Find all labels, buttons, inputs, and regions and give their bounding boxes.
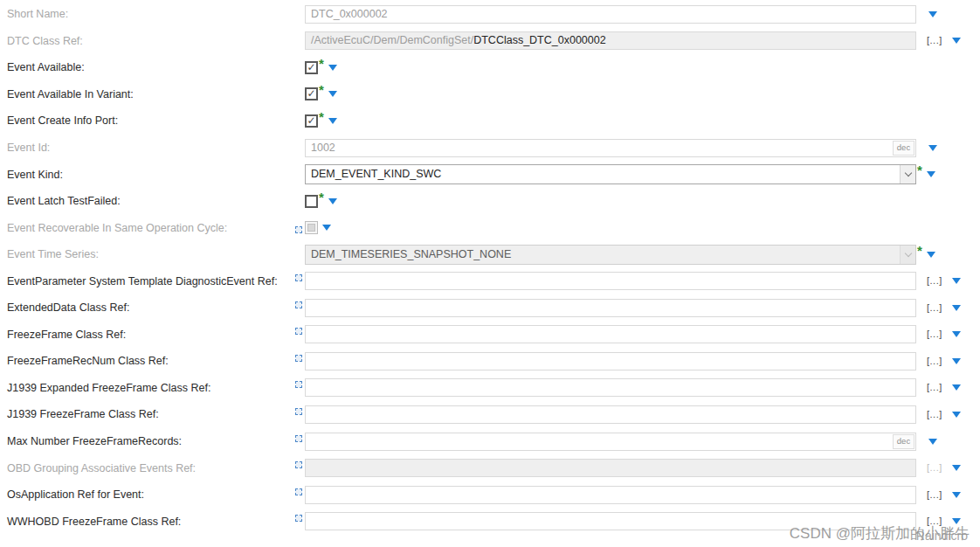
- combo-value: DEM_TIMESERIES_SNAPSHOT_NONE: [306, 246, 900, 264]
- browse-button[interactable]: [...]: [927, 329, 942, 339]
- checkbox[interactable]: ✓: [305, 87, 318, 100]
- arrow-down-icon: [952, 331, 961, 337]
- options-dropdown-button[interactable]: [327, 116, 339, 126]
- options-dropdown-button[interactable]: [925, 170, 937, 179]
- options-dropdown-button[interactable]: [927, 143, 939, 153]
- combo-dropdown-button: [900, 246, 915, 264]
- options-dropdown-button[interactable]: [950, 329, 963, 339]
- text-input[interactable]: [305, 378, 916, 397]
- property-row: WWHOBD FreezeFrame Class Ref:[...]: [0, 508, 980, 535]
- text-input[interactable]: [305, 299, 916, 317]
- row-trail: [321, 223, 333, 232]
- property-row: EventParameter System Template Diagnosti…: [0, 267, 980, 294]
- property-row: Event Available In Variant:✓*: [0, 81, 980, 108]
- property-control: [...]: [305, 299, 980, 317]
- property-control: 1002dec: [305, 139, 980, 157]
- property-row: FreezeFrame Class Ref:[...]: [0, 322, 980, 349]
- property-control: [...]: [305, 512, 980, 530]
- browse-button[interactable]: [...]: [927, 303, 942, 313]
- check-icon: ✓: [307, 88, 315, 99]
- browse-button: [...]: [927, 463, 942, 473]
- options-dropdown-button[interactable]: [950, 383, 963, 392]
- property-label: Short Name:: [0, 8, 305, 20]
- arrow-down-icon: [322, 225, 331, 231]
- check-icon: ✓: [307, 115, 315, 126]
- arrow-down-icon: [952, 305, 961, 311]
- arrow-down-icon: [328, 91, 337, 97]
- text-input[interactable]: 1002dec: [305, 139, 916, 157]
- checkbox: [305, 221, 318, 234]
- browse-button[interactable]: [...]: [927, 383, 942, 392]
- combo-select[interactable]: DEM_EVENT_KIND_SWC: [305, 164, 916, 184]
- text-input[interactable]: DTC_0x000002: [305, 5, 916, 24]
- text-input[interactable]: dec: [305, 433, 916, 451]
- field-value: DTCClass_DTC_0x000002: [473, 34, 605, 46]
- property-row: Event Id:1002dec: [0, 135, 980, 162]
- browse-button[interactable]: [...]: [927, 516, 942, 526]
- options-dropdown-button[interactable]: [950, 463, 963, 473]
- checkbox-fill: [307, 224, 315, 232]
- property-label: Max Number FreezeFrameRecords:: [0, 435, 305, 447]
- row-trail: [...]: [927, 410, 963, 419]
- checkbox[interactable]: ✓: [305, 114, 318, 128]
- options-dropdown-button[interactable]: [327, 89, 339, 99]
- multi-config-icon: [295, 461, 302, 468]
- required-asterisk: *: [917, 244, 922, 257]
- chevron-down-icon: [904, 170, 911, 177]
- text-input: [305, 459, 916, 477]
- dec-format-badge: dec: [893, 141, 914, 156]
- row-trail: [327, 197, 339, 206]
- arrow-down-icon: [328, 65, 337, 71]
- row-trail: [927, 437, 939, 447]
- config-editor-panel: Short Name:DTC_0x000002DTC Class Ref:/Ac…: [0, 0, 980, 547]
- text-input[interactable]: [305, 486, 916, 504]
- combo-dropdown-button[interactable]: [900, 165, 915, 183]
- options-dropdown-button[interactable]: [950, 490, 963, 500]
- options-dropdown-button[interactable]: [950, 410, 963, 419]
- options-dropdown-button[interactable]: [327, 63, 339, 73]
- property-control: [...]: [305, 405, 980, 424]
- property-form: Short Name:DTC_0x000002DTC Class Ref:/Ac…: [0, 0, 980, 535]
- combo-value: DEM_EVENT_KIND_SWC: [306, 165, 900, 183]
- options-dropdown-button[interactable]: [950, 516, 963, 526]
- options-dropdown-button[interactable]: [950, 303, 963, 313]
- options-dropdown-button[interactable]: [950, 357, 963, 366]
- required-asterisk: *: [319, 190, 324, 204]
- text-input[interactable]: [305, 405, 916, 424]
- property-label: FreezeFrameRecNum Class Ref:: [0, 355, 305, 367]
- property-control: ✓*: [305, 61, 980, 74]
- property-control: [...]: [305, 378, 980, 397]
- property-control: [...]: [305, 272, 980, 290]
- path-prefix: /ActiveEcuC/Dem/DemConfigSet/: [311, 34, 473, 46]
- text-input[interactable]: [305, 325, 916, 343]
- property-label: WWHOBD FreezeFrame Class Ref:: [0, 516, 305, 528]
- property-label: Event Kind:: [0, 169, 305, 181]
- browse-button[interactable]: [...]: [927, 490, 942, 500]
- options-dropdown-button[interactable]: [927, 437, 939, 447]
- property-row: OBD Grouping Associative Events Ref:[...…: [0, 454, 980, 481]
- text-input[interactable]: [305, 512, 916, 530]
- options-dropdown-button[interactable]: [327, 197, 339, 206]
- multi-config-icon: [295, 488, 302, 495]
- property-label: Event Time Series:: [0, 248, 305, 260]
- options-dropdown-button[interactable]: [950, 36, 963, 45]
- text-input[interactable]: [305, 272, 916, 290]
- options-dropdown-button[interactable]: [950, 276, 963, 286]
- property-control: *: [305, 195, 980, 208]
- row-trail: [327, 89, 339, 99]
- row-trail: [...]: [927, 303, 963, 313]
- options-dropdown-button[interactable]: [321, 223, 333, 232]
- options-dropdown-button[interactable]: [927, 10, 939, 19]
- browse-button[interactable]: [...]: [927, 357, 942, 366]
- property-control: /ActiveEcuC/Dem/DemConfigSet/DTCClass_DT…: [305, 31, 980, 50]
- browse-button[interactable]: [...]: [927, 410, 942, 419]
- browse-button[interactable]: [...]: [927, 36, 942, 45]
- browse-button[interactable]: [...]: [927, 276, 942, 286]
- property-label: OsApplication Ref for Event:: [0, 488, 305, 501]
- text-input[interactable]: [305, 352, 916, 370]
- multi-config-icon: [295, 515, 302, 522]
- checkbox[interactable]: [305, 195, 318, 208]
- options-dropdown-button[interactable]: [925, 250, 937, 260]
- checkbox[interactable]: ✓: [305, 61, 318, 74]
- property-row: Event Create Info Port:✓*: [0, 107, 980, 135]
